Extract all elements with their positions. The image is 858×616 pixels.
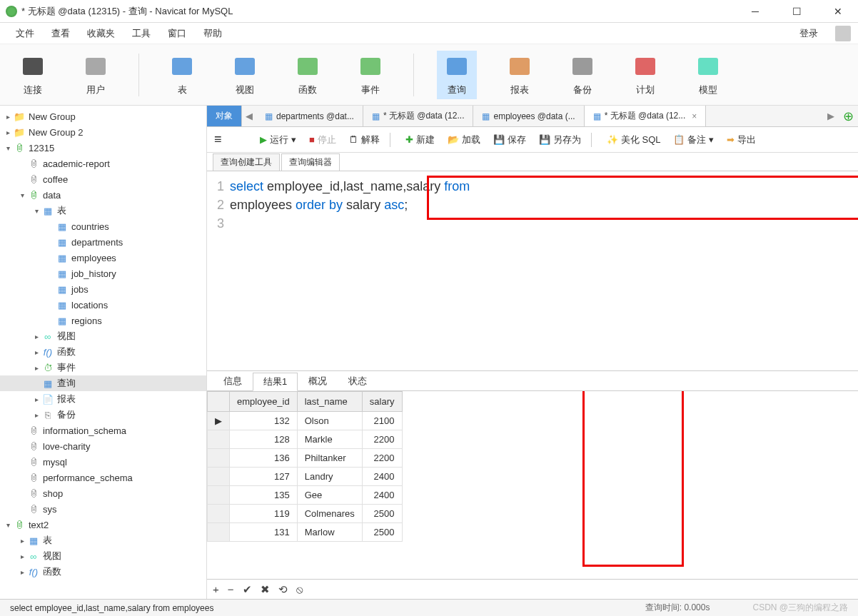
add-row-button[interactable]: + — [213, 583, 219, 595]
tree-item-函数[interactable]: ▸f()函数 — [0, 564, 206, 580]
menu-窗口[interactable]: 窗口 — [159, 24, 195, 43]
tree-toggle-icon[interactable]: ▸ — [31, 333, 41, 340]
toolbar-function-button[interactable]: 函数 — [288, 51, 328, 99]
cancel-edit-button[interactable]: ✖ — [261, 583, 270, 596]
beautify-button[interactable]: ✨美化 SQL — [604, 132, 664, 148]
run-button[interactable]: ▶运行▾ — [257, 132, 299, 148]
tree-item-locations[interactable]: ▦locations — [0, 297, 206, 313]
load-button[interactable]: 📂加载 — [445, 132, 483, 148]
tree-toggle-icon[interactable]: ▸ — [31, 348, 41, 356]
result-grid[interactable]: employee_idlast_namesalary▶132Olson21001… — [207, 391, 858, 579]
menu-查看[interactable]: 查看 — [43, 24, 79, 43]
tree-toggle-icon[interactable]: ▾ — [31, 207, 41, 215]
result-tab-结果1[interactable]: 结果1 — [253, 373, 298, 391]
tree-item-information_schema[interactable]: 🛢information_schema — [0, 423, 206, 438]
tree-toggle-icon[interactable]: ▸ — [3, 128, 13, 136]
table-row[interactable]: 128Markle2200 — [208, 430, 403, 449]
tree-item-job_history[interactable]: ▦job_history — [0, 266, 206, 281]
tree-item-事件[interactable]: ▸⏱事件 — [0, 360, 206, 375]
tree-toggle-icon[interactable]: ▸ — [17, 552, 27, 560]
maximize-button[interactable]: ☐ — [782, 1, 811, 21]
table-row[interactable]: 127Landry2400 — [208, 468, 403, 486]
tree-item-jobs[interactable]: ▦jobs — [0, 281, 206, 297]
toolbar-query-button[interactable]: 查询 — [437, 51, 477, 99]
menu-帮助[interactable]: 帮助 — [195, 24, 231, 43]
tree-item-love-charity[interactable]: 🛢love-charity — [0, 438, 206, 454]
toolbar-user-button[interactable]: 用户 — [76, 51, 116, 99]
tree-item-mysql[interactable]: 🛢mysql — [0, 454, 206, 470]
table-row[interactable]: 136Philtanker2200 — [208, 449, 403, 468]
tree-item-academic-report[interactable]: 🛢academic-report — [0, 156, 206, 171]
tree-item-12315[interactable]: ▾🛢12315 — [0, 140, 206, 156]
tree-toggle-icon[interactable]: ▸ — [31, 364, 41, 372]
menu-工具[interactable]: 工具 — [123, 24, 159, 43]
tab-prev-button[interactable]: ◀ — [242, 106, 256, 126]
new-tab-button[interactable]: ⊕ — [838, 106, 858, 126]
toolbar-connect-button[interactable]: 连接 — [13, 51, 53, 99]
tree-item-New Group[interactable]: ▸📁New Group — [0, 108, 206, 124]
export-button[interactable]: ➡导出 — [724, 132, 759, 148]
tree-item-视图[interactable]: ▸∞视图 — [0, 548, 206, 564]
tree-item-函数[interactable]: ▸f()函数 — [0, 344, 206, 360]
hamburger-icon[interactable]: ≡ — [214, 132, 228, 147]
save-button[interactable]: 💾保存 — [490, 132, 529, 148]
close-button[interactable]: ✕ — [824, 1, 852, 21]
tree-toggle-icon[interactable]: ▸ — [31, 411, 41, 419]
tree-item-查询[interactable]: ▦查询 — [0, 375, 206, 391]
tree-item-sys[interactable]: 🛢sys — [0, 501, 206, 517]
tree-toggle-icon[interactable]: ▸ — [17, 568, 27, 576]
tree-item-备份[interactable]: ▸⎘备份 — [0, 407, 206, 423]
tree-toggle-icon[interactable]: ▾ — [3, 521, 13, 529]
toolbar-report-button[interactable]: 报表 — [500, 51, 540, 99]
stop-query-button[interactable]: ⦸ — [296, 583, 303, 596]
sidebar-tree[interactable]: ▸📁New Group▸📁New Group 2▾🛢12315🛢academic… — [0, 106, 207, 599]
toolbar-table-button[interactable]: 表 — [162, 51, 202, 99]
refresh-button[interactable]: ⟲ — [278, 583, 288, 596]
table-row[interactable]: 119Colmenares2500 — [208, 505, 403, 523]
result-tab-概况[interactable]: 概况 — [298, 372, 338, 390]
sql-code[interactable]: select employee_id,last_name,salary from… — [230, 177, 858, 233]
stop-button[interactable]: ■停止 — [306, 132, 339, 148]
result-tab-信息[interactable]: 信息 — [213, 372, 253, 390]
note-button[interactable]: 📋备注▾ — [670, 132, 717, 148]
tree-item-performance_schema[interactable]: 🛢performance_schema — [0, 470, 206, 485]
result-tab-状态[interactable]: 状态 — [338, 372, 378, 390]
delete-row-button[interactable]: − — [228, 583, 234, 595]
tree-item-表[interactable]: ▸▦表 — [0, 532, 206, 548]
confirm-button[interactable]: ✔ — [243, 583, 252, 596]
table-row[interactable]: 135Gee2400 — [208, 486, 403, 505]
toolbar-model-button[interactable]: 模型 — [688, 51, 728, 99]
content-tab[interactable]: ▦* 无标题 @data (12... — [363, 106, 474, 126]
toolbar-view-button[interactable]: 视图 — [225, 51, 265, 99]
avatar-icon[interactable] — [835, 26, 851, 41]
tree-toggle-icon[interactable]: ▸ — [31, 395, 41, 403]
tree-item-employees[interactable]: ▦employees — [0, 250, 206, 266]
tree-item-shop[interactable]: 🛢shop — [0, 485, 206, 501]
tree-item-表[interactable]: ▾▦表 — [0, 203, 206, 218]
col-last_name[interactable]: last_name — [297, 392, 362, 412]
login-link[interactable]: 登录 — [791, 24, 827, 43]
tree-item-regions[interactable]: ▦regions — [0, 313, 206, 328]
tree-item-text2[interactable]: ▾🛢text2 — [0, 517, 206, 532]
menu-收藏夹[interactable]: 收藏夹 — [79, 24, 123, 43]
tree-item-New Group 2[interactable]: ▸📁New Group 2 — [0, 124, 206, 140]
col-salary[interactable]: salary — [362, 392, 402, 412]
query-editor-tab[interactable]: 查询编辑器 — [281, 153, 340, 171]
tree-item-departments[interactable]: ▦departments — [0, 234, 206, 250]
explain-button[interactable]: 🗒解释 — [346, 132, 383, 148]
content-tab[interactable]: ▦* 无标题 @data (12...× — [585, 106, 707, 126]
col-employee_id[interactable]: employee_id — [230, 392, 298, 412]
saveas-button[interactable]: 💾另存为 — [536, 132, 584, 148]
table-row[interactable]: ▶132Olson2100 — [208, 412, 403, 430]
tab-next-button[interactable]: ▶ — [824, 106, 838, 126]
tree-toggle-icon[interactable]: ▸ — [3, 113, 13, 121]
tree-toggle-icon[interactable]: ▾ — [17, 191, 27, 199]
table-row[interactable]: 131Marlow2500 — [208, 523, 403, 542]
tree-toggle-icon[interactable]: ▾ — [3, 144, 13, 152]
tree-item-报表[interactable]: ▸📄报表 — [0, 391, 206, 407]
objects-tab[interactable]: 对象 — [207, 106, 242, 126]
sql-editor[interactable]: 123 select employee_id,last_name,salary … — [207, 171, 858, 371]
close-tab-icon[interactable]: × — [692, 111, 697, 121]
content-tab[interactable]: ▦employees @data (... — [473, 106, 584, 126]
toolbar-plan-button[interactable]: 计划 — [625, 51, 665, 99]
